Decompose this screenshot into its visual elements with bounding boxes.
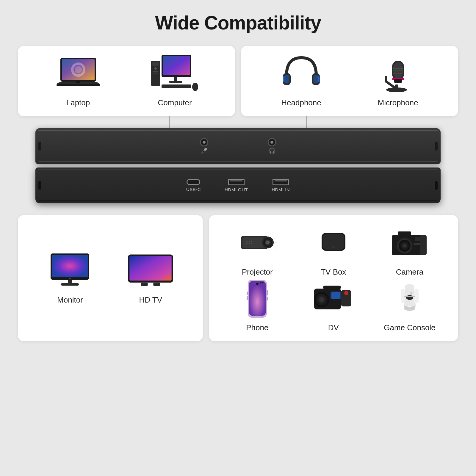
svg-rect-37 — [394, 79, 402, 83]
svg-rect-80 — [267, 290, 268, 295]
svg-point-63 — [332, 246, 335, 248]
svg-point-92 — [344, 291, 348, 295]
svg-rect-15 — [153, 71, 158, 72]
svg-point-58 — [246, 243, 248, 244]
monitor-label: Monitor — [57, 295, 83, 305]
svg-rect-98 — [411, 307, 414, 309]
svg-point-57 — [251, 241, 252, 242]
main-layout: Laptop — [18, 46, 458, 341]
phone-icon — [234, 280, 281, 318]
svg-rect-22 — [284, 75, 289, 83]
bottom-right-card: Projector TV Box — [209, 215, 458, 341]
camera-icon — [386, 224, 433, 263]
svg-rect-10 — [174, 77, 177, 82]
svg-rect-31 — [393, 62, 403, 79]
mic-jack — [200, 138, 208, 146]
dv-icon — [310, 280, 357, 318]
computer-icon — [151, 55, 199, 93]
phone-label: Phone — [246, 323, 268, 332]
svg-point-78 — [260, 282, 262, 284]
hdmi-out-connector — [228, 179, 245, 185]
projector-device: Projector — [221, 224, 294, 277]
svg-rect-91 — [331, 292, 340, 299]
camera-device: Camera — [373, 224, 446, 277]
connector-line-4 — [296, 203, 296, 215]
headphone-port: 🎧 — [268, 138, 276, 154]
console-label: Game Console — [384, 323, 435, 332]
monitor-device: Monitor — [46, 252, 94, 305]
microphone-label: Microphone — [378, 98, 418, 107]
svg-point-94 — [406, 295, 413, 300]
tv-label: HD TV — [139, 295, 162, 305]
svg-rect-83 — [247, 296, 248, 300]
hdmi-in-port: HDMI IN — [272, 179, 290, 192]
svg-rect-25 — [314, 75, 318, 83]
phone-device: Phone — [221, 280, 294, 332]
svg-point-77 — [256, 283, 259, 285]
usbc-label: USB-C — [186, 187, 201, 192]
headphone-device: Headphone — [278, 55, 325, 107]
svg-point-79 — [262, 282, 264, 284]
tvbox-label: TV Box — [321, 267, 346, 277]
projector-label: Projector — [242, 267, 273, 277]
svg-point-59 — [249, 243, 250, 244]
hdmi-in-connector — [273, 179, 289, 185]
bottom-row: Monitor — [18, 215, 458, 341]
left-foot-bottom — [38, 181, 41, 190]
svg-rect-16 — [153, 73, 158, 73]
tv-icon — [127, 252, 174, 291]
svg-rect-48 — [154, 282, 161, 286]
svg-rect-29 — [395, 84, 398, 90]
svg-rect-73 — [420, 235, 427, 255]
computer-device: Computer — [151, 55, 199, 107]
page-title: Wide Compatibility — [155, 12, 321, 34]
svg-point-96 — [410, 292, 412, 295]
left-foot-top — [38, 142, 41, 151]
laptop-label: Laptop — [66, 98, 90, 107]
microphone-device: Microphone — [374, 55, 422, 107]
svg-rect-5 — [57, 84, 100, 86]
svg-rect-11 — [169, 81, 182, 83]
device-bottom-panel: USB-C HDMI OUT HDMI IN — [35, 167, 441, 203]
hdmi-out-port: HDMI OUT — [225, 179, 248, 192]
monitor-icon — [46, 252, 94, 291]
svg-rect-71 — [415, 237, 421, 241]
svg-rect-17 — [162, 84, 191, 88]
top-row: Laptop — [18, 46, 458, 116]
usbc-port: USB-C — [186, 179, 201, 192]
svg-rect-9 — [163, 56, 190, 75]
game-console-icon — [386, 280, 433, 318]
laptop-device: Laptop — [54, 55, 102, 107]
connector-line-2 — [306, 116, 307, 128]
headphone-jack — [268, 138, 276, 146]
console-device: Game Console — [373, 280, 446, 332]
hdmi-out-label: HDMI OUT — [225, 187, 248, 192]
svg-rect-95 — [404, 296, 415, 297]
svg-rect-13 — [152, 62, 159, 66]
svg-point-60 — [251, 243, 252, 244]
right-foot-bottom — [435, 181, 438, 190]
hdmi-in-label: HDMI IN — [272, 187, 290, 192]
computer-label: Computer — [158, 98, 192, 107]
svg-point-89 — [319, 297, 324, 302]
projector-icon — [234, 224, 281, 263]
svg-rect-41 — [68, 280, 72, 284]
svg-rect-81 — [267, 297, 268, 300]
ports-top: 🎤 🎧 — [200, 138, 276, 154]
headphone-icon — [278, 55, 325, 93]
usbc-connector — [187, 179, 200, 185]
svg-point-70 — [403, 244, 406, 247]
headphone-label: Headphone — [281, 98, 321, 107]
device-top-panel: 🎤 🎧 — [35, 128, 441, 164]
svg-point-43 — [69, 278, 71, 279]
svg-rect-46 — [130, 256, 172, 281]
bottom-left-card: Monitor — [18, 215, 203, 341]
svg-point-14 — [154, 67, 157, 70]
top-connector-lines — [18, 116, 458, 128]
right-foot-top — [435, 142, 438, 151]
svg-rect-27 — [318, 76, 320, 82]
tv-device: HD TV — [127, 252, 174, 305]
svg-rect-65 — [398, 231, 411, 237]
laptop-icon — [54, 55, 102, 93]
microphone-icon — [374, 55, 422, 93]
